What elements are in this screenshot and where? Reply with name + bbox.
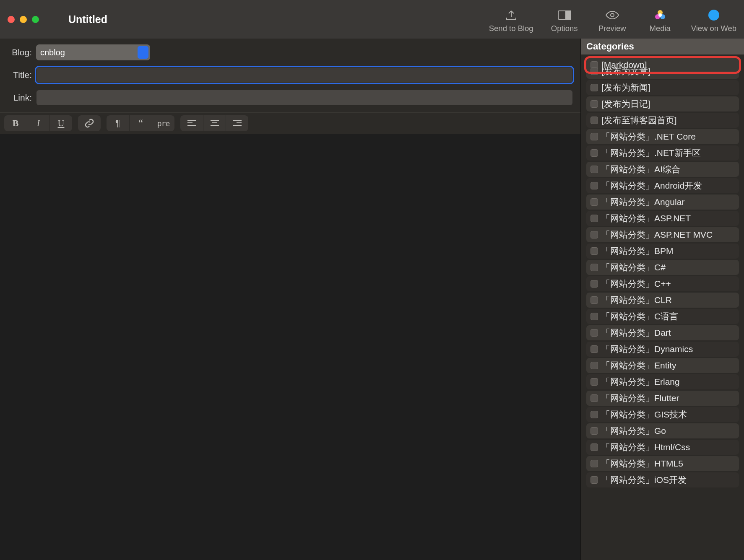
- minimize-window-button[interactable]: [20, 16, 27, 23]
- checkbox[interactable]: [591, 215, 598, 222]
- checkbox[interactable]: [591, 100, 598, 108]
- category-item[interactable]: 「网站分类」Dynamics: [586, 342, 739, 357]
- category-label: 「网站分类」Android开发: [601, 180, 702, 192]
- main-column: Blog: cnblog ▲▼ Title: Link:: [0, 39, 580, 560]
- italic-button[interactable]: I: [27, 115, 49, 131]
- category-label: 「网站分类」AI综合: [601, 163, 680, 175]
- checkbox[interactable]: [591, 166, 598, 173]
- category-label: [发布为新闻]: [601, 82, 650, 93]
- checkbox[interactable]: [591, 133, 598, 140]
- align-center-button[interactable]: [203, 115, 226, 131]
- category-label: 「网站分类」.NET新手区: [601, 147, 701, 159]
- toolbar: Send to Blog Options Preview: [489, 5, 736, 33]
- link-format-button[interactable]: [78, 115, 101, 131]
- category-item[interactable]: 「网站分类」C语言: [586, 309, 739, 324]
- checkbox[interactable]: [591, 443, 598, 451]
- checkbox[interactable]: [591, 264, 598, 271]
- link-input[interactable]: [36, 90, 573, 106]
- preformatted-button[interactable]: pre: [152, 115, 174, 131]
- zoom-window-button[interactable]: [32, 16, 39, 23]
- upload-icon: [504, 9, 518, 21]
- checkbox[interactable]: [591, 231, 598, 239]
- category-item[interactable]: 「网站分类」ASP.NET MVC: [586, 227, 739, 242]
- checkbox[interactable]: [591, 198, 598, 206]
- checkbox[interactable]: [591, 247, 598, 255]
- checkbox[interactable]: [591, 460, 598, 467]
- media-label: Media: [649, 24, 670, 33]
- checkbox[interactable]: [591, 84, 598, 91]
- preview-label: Preview: [598, 24, 626, 33]
- checkbox[interactable]: [591, 345, 598, 353]
- category-item[interactable]: 「网站分类」GIS技术: [586, 407, 739, 422]
- category-item[interactable]: 「网站分类」C#: [586, 260, 739, 275]
- category-item[interactable]: 「网站分类」Erlang: [586, 374, 739, 389]
- categories-list[interactable]: [Markdown][发布为文章][发布为新闻][发布为日记][发布至博客园首页…: [581, 54, 744, 560]
- blockquote-button[interactable]: “: [129, 115, 152, 131]
- blog-select[interactable]: cnblog: [36, 44, 150, 60]
- paragraph-button[interactable]: ¶: [107, 115, 129, 131]
- category-item[interactable]: 「网站分类」Entity: [586, 358, 739, 373]
- category-item[interactable]: 「网站分类」Go: [586, 423, 739, 438]
- align-left-icon: [187, 119, 196, 127]
- checkbox[interactable]: [591, 394, 598, 402]
- safari-icon: [707, 9, 721, 21]
- checkbox[interactable]: [591, 476, 598, 484]
- link-label: Link:: [8, 93, 36, 103]
- checkbox[interactable]: [591, 362, 598, 369]
- format-toolbar: B I U ¶ “ pre: [0, 112, 580, 134]
- category-item[interactable]: 「网站分类」ASP.NET: [586, 211, 739, 226]
- editor-area[interactable]: [0, 134, 580, 560]
- checkbox[interactable]: [591, 378, 598, 386]
- view-on-web-button[interactable]: View on Web: [691, 9, 736, 33]
- category-item[interactable]: 「网站分类」Dart: [586, 325, 739, 340]
- category-item[interactable]: 「网站分类」.NET新手区: [586, 145, 739, 161]
- category-item[interactable]: 「网站分类」CLR: [586, 293, 739, 308]
- svg-rect-1: [566, 11, 571, 19]
- category-item[interactable]: [发布为日记]: [586, 96, 739, 111]
- category-item[interactable]: 「网站分类」Android开发: [586, 178, 739, 193]
- options-label: Options: [551, 24, 578, 33]
- titlebar: Untitled Send to Blog Options: [0, 0, 744, 39]
- align-left-button[interactable]: [180, 115, 203, 131]
- category-item[interactable]: 「网站分类」HTML5: [586, 456, 739, 471]
- close-window-button[interactable]: [8, 16, 15, 23]
- media-button[interactable]: Media: [643, 9, 677, 33]
- align-right-button[interactable]: [226, 115, 248, 131]
- categories-header: Categories: [581, 39, 744, 54]
- category-item[interactable]: 「网站分类」C++: [586, 276, 739, 291]
- category-item[interactable]: 「网站分类」Flutter: [586, 391, 739, 406]
- checkbox[interactable]: [591, 411, 598, 418]
- quote-icon: “: [138, 117, 143, 130]
- category-item[interactable]: [发布为文章]: [586, 64, 739, 79]
- category-item[interactable]: 「网站分类」AI综合: [586, 162, 739, 177]
- checkbox[interactable]: [591, 280, 598, 288]
- checkbox[interactable]: [591, 182, 598, 189]
- checkbox[interactable]: [591, 427, 598, 435]
- category-label: 「网站分类」ASP.NET: [601, 213, 691, 224]
- category-item[interactable]: 「网站分类」Html/Css: [586, 440, 739, 455]
- checkbox[interactable]: [591, 117, 598, 124]
- checkbox[interactable]: [591, 329, 598, 337]
- category-label: 「网站分类」HTML5: [601, 458, 683, 469]
- title-label: Title:: [8, 70, 36, 80]
- window-title: Untitled: [68, 13, 107, 26]
- category-item[interactable]: 「网站分类」BPM: [586, 244, 739, 259]
- checkbox[interactable]: [591, 67, 598, 75]
- category-item[interactable]: 「网站分类」iOS开发: [586, 472, 739, 487]
- title-input[interactable]: [36, 67, 573, 83]
- preview-button[interactable]: Preview: [596, 9, 629, 33]
- category-label: [发布至博客园首页]: [601, 114, 677, 126]
- category-item[interactable]: 「网站分类」.NET Core: [586, 129, 739, 144]
- checkbox[interactable]: [591, 296, 598, 304]
- underline-button[interactable]: U: [49, 115, 72, 131]
- bold-button[interactable]: B: [4, 115, 27, 131]
- send-to-blog-button[interactable]: Send to Blog: [489, 9, 533, 33]
- category-item[interactable]: [发布至博客园首页]: [586, 113, 739, 128]
- checkbox[interactable]: [591, 149, 598, 157]
- category-label: 「网站分类」Entity: [601, 360, 676, 371]
- category-item[interactable]: 「网站分类」Angular: [586, 194, 739, 210]
- categories-panel: Categories [Markdown][发布为文章][发布为新闻][发布为日…: [580, 39, 744, 560]
- checkbox[interactable]: [591, 313, 598, 320]
- options-button[interactable]: Options: [548, 9, 581, 33]
- category-item[interactable]: [发布为新闻]: [586, 80, 739, 95]
